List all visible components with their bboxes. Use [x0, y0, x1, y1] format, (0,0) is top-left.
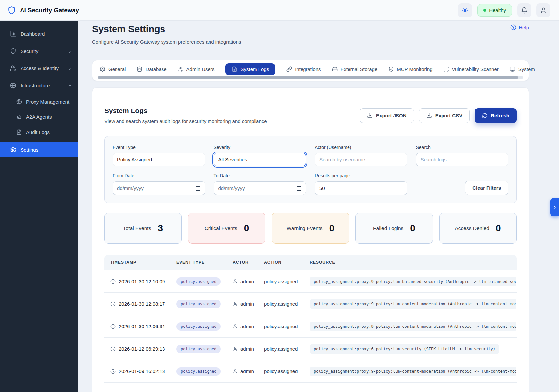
tab-general[interactable]: General: [100, 63, 126, 75]
col-actor: ACTOR: [227, 260, 259, 265]
calendar-icon: [195, 186, 201, 191]
stat-label: Warning Events: [287, 225, 323, 231]
stat-value: 0: [244, 223, 249, 234]
event-type-select[interactable]: Policy Assigned: [113, 153, 205, 166]
side-panel-toggle[interactable]: [550, 198, 559, 216]
table-row[interactable]: 2026-01-30 12:10:09 policy.assigned admi…: [104, 270, 517, 293]
sidebar-item-access-identity[interactable]: Access & Identity: [0, 60, 78, 77]
tabs-scrollbar-track: [98, 76, 523, 79]
stat-access-denied: Access Denied 0: [439, 213, 517, 244]
refresh-label: Refresh: [491, 113, 509, 118]
export-json-button[interactable]: Export JSON: [360, 108, 414, 123]
user-icon: [233, 279, 238, 284]
tab-system-logs[interactable]: System Logs: [225, 63, 275, 75]
sidebar-item-dashboard[interactable]: Dashboard: [0, 25, 78, 42]
refresh-button[interactable]: Refresh: [475, 108, 517, 123]
tab-label: MCP Monitoring: [397, 66, 432, 72]
user-icon: [233, 346, 238, 351]
section-title: System Logs: [104, 107, 267, 115]
clear-filters-label: Clear Filters: [472, 185, 501, 191]
sidebar-item-infrastructure[interactable]: Infrastructure: [0, 77, 78, 94]
timestamp: 2026-01-09 16:02:13: [119, 369, 165, 374]
event-type-value: Policy Assigned: [117, 157, 152, 162]
user-icon: [233, 369, 238, 374]
event-type-badge: policy.assigned: [176, 300, 221, 308]
sidebar-item-audit-logs[interactable]: Audit Logs: [11, 124, 78, 140]
notifications-button[interactable]: [517, 3, 531, 17]
chevron-down-icon: [68, 83, 72, 88]
per-page-input[interactable]: [315, 181, 407, 195]
top-right-cluster: Healthy: [458, 3, 550, 17]
stat-label: Total Events: [123, 225, 151, 231]
col-timestamp: TIMESTAMP: [105, 260, 171, 265]
profile-button[interactable]: [536, 3, 550, 17]
export-csv-button[interactable]: Export CSV: [419, 108, 470, 123]
stat-value: 3: [158, 223, 163, 234]
page-title: System Settings: [92, 23, 241, 35]
action: policy.assigned: [259, 369, 304, 374]
chevron-right-icon: [68, 66, 72, 71]
col-resource: RESOURCE: [304, 260, 516, 265]
sidebar-item-label: Access & Identity: [21, 65, 59, 71]
to-date-input[interactable]: dd/mm/yyyy: [214, 181, 306, 195]
table-row[interactable]: 2026-01-30 12:06:34 policy.assigned admi…: [104, 315, 517, 338]
system-logs-header: System Logs View and search system audit…: [104, 107, 517, 124]
to-date-label: To Date: [214, 173, 306, 178]
tab-admin-users[interactable]: Admin Users: [178, 63, 215, 75]
from-date-input[interactable]: dd/mm/yyyy: [113, 181, 205, 195]
sidebar-item-security[interactable]: Security: [0, 42, 78, 60]
action: policy.assigned: [259, 346, 304, 352]
tab-system[interactable]: System: [510, 63, 535, 75]
tab-label: Database: [145, 66, 166, 72]
brand: AI Security Gateway: [7, 6, 79, 15]
health-label: Healthy: [489, 7, 506, 13]
col-event-type: EVENT TYPE: [171, 260, 227, 265]
sidebar-item-proxy-management[interactable]: Proxy Management: [11, 94, 78, 109]
actor: admin: [240, 369, 254, 374]
users-icon: [178, 66, 183, 72]
table-row[interactable]: 2026-01-30 12:08:17 policy.assigned admi…: [104, 293, 517, 315]
event-type-badge: policy.assigned: [176, 367, 221, 376]
users-icon: [10, 65, 16, 71]
tab-mcp-monitoring[interactable]: MCP Monitoring: [388, 63, 432, 75]
gear-icon: [10, 147, 16, 153]
sidebar-item-a2a-agents[interactable]: A2A Agents: [11, 109, 78, 124]
severity-label: Severity: [214, 145, 306, 150]
tab-external-storage[interactable]: External Storage: [332, 63, 378, 75]
search-input[interactable]: [416, 153, 509, 166]
table-row[interactable]: 2026-01-09 16:02:13 policy.assigned admi…: [104, 360, 517, 383]
clear-filters-button[interactable]: Clear Filters: [465, 181, 508, 195]
stat-label: Failed Logins: [373, 225, 403, 231]
hard-drive-icon: [332, 66, 338, 72]
severity-select[interactable]: All Severities: [214, 153, 306, 166]
health-status-badge[interactable]: Healthy: [477, 4, 512, 17]
table-header-row: TIMESTAMP EVENT TYPE ACTOR ACTION RESOUR…: [104, 255, 517, 270]
actor: admin: [240, 324, 254, 329]
theme-toggle-button[interactable]: [458, 3, 472, 17]
database-icon: [137, 66, 142, 72]
shield-logo-icon: [7, 6, 16, 15]
main-content: System Settings Configure AI Security Ga…: [78, 21, 559, 392]
tabs-scrollbar-thumb[interactable]: [98, 76, 518, 79]
search-label: Search: [416, 145, 509, 150]
tab-vulnerability-scanner[interactable]: Vulnerability Scanner: [443, 63, 499, 75]
timestamp: 2026-01-30 12:10:09: [119, 279, 165, 284]
log-stats-row: Total Events 3 Critical Events 0 Warning…: [104, 213, 517, 244]
bot-icon: [16, 114, 22, 120]
resource-value: policy_assignment:proxy:9-policy:llm-bal…: [310, 277, 516, 286]
event-type-badge: policy.assigned: [176, 322, 221, 331]
table-row[interactable]: 2026-01-12 06:29:13 policy.assigned admi…: [104, 338, 517, 360]
severity-value: All Severities: [218, 157, 247, 162]
actor-input[interactable]: [315, 153, 407, 166]
help-link[interactable]: Help: [510, 24, 529, 30]
tab-database[interactable]: Database: [137, 63, 166, 75]
sidebar-item-label: Infrastructure: [21, 83, 50, 88]
event-type-label: Event Type: [113, 145, 205, 150]
tab-integrations[interactable]: Integrations: [286, 63, 321, 75]
export-json-label: Export JSON: [376, 113, 407, 118]
resource-value: policy_assignment:proxy:9-policy:llm-con…: [310, 367, 516, 376]
sidebar-item-settings[interactable]: Settings: [0, 142, 78, 157]
resource-value: policy_assignment:proxy:6-policy:llm-sec…: [310, 344, 499, 354]
settings-tabs-card: General Database Admin Users System Logs: [92, 60, 529, 81]
clock-icon: [110, 301, 116, 307]
